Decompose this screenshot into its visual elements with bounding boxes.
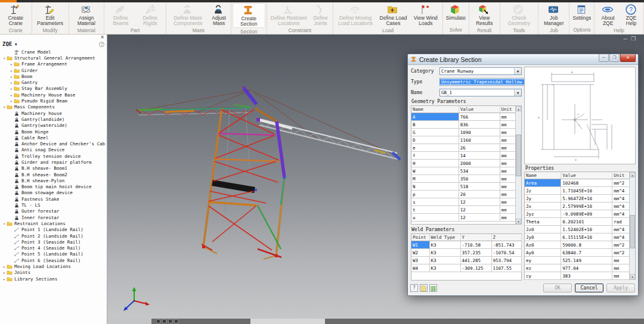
- create-crane-button[interactable]: Create Crane: [1, 3, 30, 27]
- adjust-mass-button[interactable]: Adjust Mass: [208, 3, 230, 27]
- cell[interactable]: G: [411, 129, 459, 136]
- cell[interactable]: 1090: [459, 129, 500, 136]
- cell[interactable]: 12: [459, 206, 500, 214]
- column-header-weld-type[interactable]: Weld Type: [429, 234, 460, 241]
- weld-parameters-table[interactable]: PointWeld TypeYZW1K3-710.58-851.743W2K33…: [411, 233, 522, 281]
- cell[interactable]: u: [411, 214, 459, 222]
- cell[interactable]: -710.58: [460, 241, 491, 249]
- expand-icon[interactable]: ▸: [2, 270, 7, 275]
- table-row[interactable]: M350mm: [411, 175, 521, 183]
- chevron-down-icon[interactable]: ▼: [514, 68, 521, 74]
- cell[interactable]: 6.15115E+10: [561, 233, 612, 241]
- column-header-name[interactable]: Name: [525, 172, 561, 179]
- cell[interactable]: 12: [459, 198, 500, 206]
- cell[interactable]: ez: [525, 264, 561, 272]
- expand-icon[interactable]: ▸: [2, 277, 7, 281]
- cell[interactable]: N: [411, 183, 459, 191]
- cell[interactable]: 518: [459, 183, 500, 191]
- cell[interactable]: -1070.54: [491, 249, 521, 257]
- table-row[interactable]: e26mm: [411, 144, 521, 152]
- cell[interactable]: ey: [525, 257, 561, 264]
- cell[interactable]: Jz: [525, 187, 561, 195]
- chevron-down-icon[interactable]: ▼: [514, 89, 521, 96]
- tab-bar-icons[interactable]: [156, 319, 178, 323]
- table-row[interactable]: t12mm: [411, 206, 521, 214]
- tree-item-machinery-house[interactable]: Machinery house: [0, 110, 107, 116]
- cell[interactable]: Ay0: [525, 249, 561, 257]
- table-row[interactable]: G1090mm: [411, 129, 521, 136]
- tree-item-point-1-landside-rail[interactable]: Point 1 (Landside Rail): [0, 227, 107, 233]
- tree-item-point-3-seaside-rail[interactable]: Point 3 (Seaside Rail): [0, 239, 107, 245]
- cell[interactable]: -309.125: [460, 264, 491, 272]
- simulate-button[interactable]: Simulate: [444, 3, 467, 21]
- cell[interactable]: K3: [429, 241, 460, 249]
- tree-item-point-4-seaside-rail[interactable]: Point 4 (Seaside Rail): [0, 245, 107, 251]
- tree-item-outer-forestar[interactable]: Outer forestar: [0, 208, 107, 214]
- table-row[interactable]: Ay063840.7mm^2: [525, 249, 635, 257]
- collapse-icon[interactable]: ▾: [2, 105, 7, 109]
- assign-material-button[interactable]: Assign Material: [70, 3, 103, 27]
- cell[interactable]: A: [411, 113, 459, 121]
- tree-item-point-2-landside-rail[interactable]: Point 2 (Landside Rail): [0, 233, 107, 239]
- table-row[interactable]: ey525.149mm: [525, 257, 635, 264]
- chevron-down-icon[interactable]: ▼: [14, 42, 18, 46]
- tree-item-joints[interactable]: ▸Joints: [0, 270, 107, 276]
- cell[interactable]: -851.743: [491, 241, 521, 249]
- grid-icon[interactable]: [429, 284, 437, 292]
- panel-help-icon[interactable]: ?: [99, 42, 104, 47]
- scrollbar[interactable]: ▲ ▼: [515, 106, 521, 224]
- tree-item-tl-ls[interactable]: TL - LS: [0, 202, 107, 208]
- scrollbar[interactable]: ▲ ▼: [629, 172, 635, 279]
- table-row[interactable]: A766mm: [411, 113, 521, 121]
- expand-icon[interactable]: ▸: [9, 74, 14, 79]
- export-icon[interactable]: [420, 284, 428, 292]
- scroll-down-icon[interactable]: ▼: [516, 219, 521, 224]
- column-header-value[interactable]: Value: [561, 172, 612, 179]
- cell[interactable]: 953.794: [491, 257, 521, 264]
- cell[interactable]: Jyz: [525, 210, 561, 218]
- cell[interactable]: 441.285: [460, 257, 491, 264]
- cell[interactable]: 383: [561, 272, 612, 280]
- tree-item-restraint-locations[interactable]: ▾Restraint Locations: [0, 220, 107, 226]
- cell[interactable]: K3: [429, 257, 460, 264]
- tree-item-b-h-sheave-boom1[interactable]: B.H sheave- Boom1: [0, 166, 107, 172]
- panel-close-icon[interactable]: ✕: [100, 35, 104, 40]
- cell[interactable]: 534: [459, 167, 500, 175]
- minimize-button[interactable]: ─: [599, 54, 609, 62]
- cell[interactable]: 2.57999E+10: [561, 202, 612, 210]
- expand-icon[interactable]: ▸: [9, 93, 14, 97]
- cell[interactable]: 1160: [459, 136, 500, 144]
- tree-item-crane-model[interactable]: Crane Model: [0, 49, 107, 55]
- cell[interactable]: 350: [459, 175, 500, 183]
- expand-icon[interactable]: ▸: [9, 62, 14, 66]
- close-button[interactable]: ✕: [620, 54, 636, 62]
- tree-item-library-sections[interactable]: ▸Library Sections: [0, 276, 107, 282]
- tree-item-girder[interactable]: ▸Girder: [0, 67, 107, 73]
- expand-icon[interactable]: ▸: [2, 264, 7, 269]
- expand-icon[interactable]: ▸: [9, 68, 14, 73]
- tree-item-trolley-tension-device[interactable]: Trolley tension device: [0, 153, 107, 159]
- cell[interactable]: B: [411, 121, 459, 129]
- column-header-name[interactable]: Name: [411, 106, 459, 113]
- cell[interactable]: 1.52402E+10: [561, 226, 612, 233]
- cell[interactable]: f: [411, 152, 459, 160]
- tree-item-moving-load-locations[interactable]: ▸Moving Load Locations: [0, 263, 107, 269]
- scroll-down-icon[interactable]: ▼: [630, 274, 635, 279]
- cell[interactable]: 0.202101: [561, 218, 612, 226]
- tree-item-boom-tip-main-hoist-device[interactable]: Boom tip main hoist device: [0, 184, 107, 190]
- table-row[interactable]: Jz01.52402E+10mm^4: [525, 226, 635, 233]
- view-results-button[interactable]: View Results: [470, 3, 499, 27]
- tree-item-boom-hinge[interactable]: Boom Hinge: [0, 129, 107, 135]
- cell[interactable]: 20: [459, 191, 500, 198]
- table-row[interactable]: Area102468mm^2: [525, 179, 635, 187]
- cell[interactable]: 357.235: [460, 249, 491, 257]
- table-row[interactable]: W4K3-309.1251107.55: [411, 264, 521, 272]
- table-row[interactable]: ez977.04mm: [525, 264, 635, 272]
- scroll-up-icon[interactable]: ▲: [630, 172, 635, 177]
- column-header-point[interactable]: Point: [411, 234, 429, 241]
- tree-item-boom[interactable]: ▸Boom: [0, 73, 107, 79]
- tree-item-mass-components[interactable]: ▾Mass Components: [0, 104, 107, 110]
- cell[interactable]: 836: [459, 121, 500, 129]
- cell[interactable]: 1.71045E+10: [561, 187, 612, 195]
- cell[interactable]: cy: [525, 272, 561, 280]
